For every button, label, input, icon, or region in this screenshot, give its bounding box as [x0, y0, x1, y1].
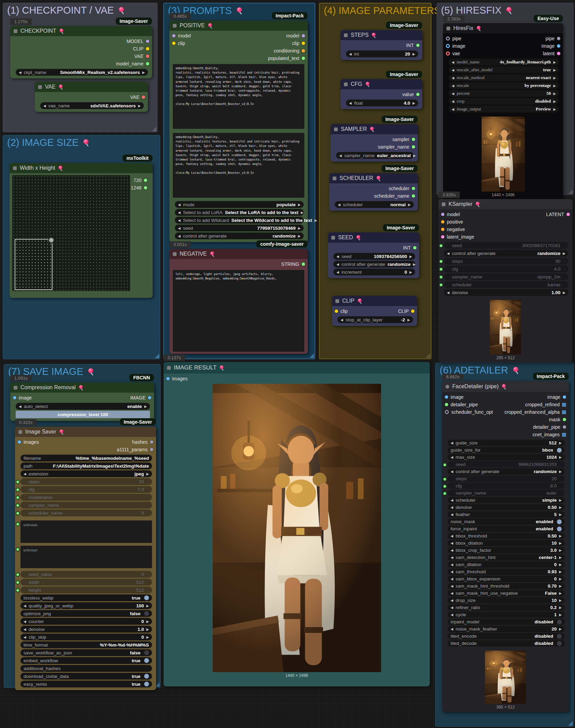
widget-drop-size[interactable]: ◀drop_size10▶	[448, 597, 565, 604]
text-widget[interactable]: additional_hashes	[20, 665, 152, 672]
toggle-widget[interactable]: embed_workflowtrue	[20, 657, 152, 664]
decrement-arrow-icon[interactable]: ◀	[451, 470, 453, 473]
combo-widget[interactable]: ◀control after generaterandomize▶	[175, 232, 304, 239]
increment-arrow-icon[interactable]: ▶	[553, 60, 556, 64]
combo-widget[interactable]: ◀image_outputPreview▶	[449, 106, 559, 112]
node-titlebar[interactable]: Image Saver	[15, 427, 156, 437]
converted-input-dot[interactable]	[443, 463, 447, 467]
widget-optimize-png[interactable]: optimize_pngfalse	[20, 610, 152, 617]
converted-input-dot[interactable]	[443, 484, 447, 488]
collapse-dot[interactable]	[14, 386, 17, 390]
widget-bbox-dilation[interactable]: ◀bbox_dilation10▶	[448, 540, 565, 546]
port-dot-icon[interactable]	[412, 187, 415, 190]
port-dot-icon[interactable]	[557, 37, 560, 40]
textarea-unknown[interactable]: unknown	[20, 546, 152, 568]
node-scheduler[interactable]: Image-Saver SCHEDULER schedulerscheduler…	[329, 173, 418, 211]
toggle-icon[interactable]	[144, 658, 149, 663]
port-dot-icon[interactable]	[445, 403, 448, 406]
decrement-arrow-icon[interactable]: ◀	[451, 548, 453, 552]
port-detailer_pipe[interactable]: detailer_pipe	[445, 401, 478, 408]
collapse-dot[interactable]	[334, 127, 338, 131]
collapse-dot[interactable]	[442, 202, 445, 206]
port-sampler_name[interactable]: sampler_name	[378, 143, 415, 151]
port-cropped_refined[interactable]: cropped_refined	[525, 401, 566, 408]
increment-arrow-icon[interactable]: ▶	[146, 620, 149, 623]
port-image[interactable]: image	[446, 42, 465, 50]
toggle-icon[interactable]	[557, 634, 562, 639]
collapse-dot[interactable]	[344, 33, 348, 37]
widget-tiled-decode[interactable]: tiled_decodedisabled	[448, 640, 565, 647]
port-CLIP[interactable]: CLIP	[398, 307, 414, 315]
port-720[interactable]: 720	[134, 177, 147, 184]
port-VAE[interactable]: VAE	[134, 52, 149, 60]
port-dot-icon[interactable]	[148, 396, 151, 399]
increment-arrow-icon[interactable]: ▶	[559, 548, 562, 552]
node-titlebar[interactable]: SAMPLER	[331, 124, 418, 134]
widget-denoise[interactable]: ◀denoise1.0▶	[20, 626, 152, 633]
port-dot-icon[interactable]	[557, 52, 560, 55]
node-width-height[interactable]: mxToolkit Width x Height 7201248	[10, 163, 153, 298]
node-titlebar[interactable]: VAE	[35, 82, 148, 92]
toggle-widget[interactable]: easy_remixtrue	[20, 681, 152, 687]
port-value[interactable]: value	[403, 91, 420, 98]
port-images[interactable]: images	[18, 438, 39, 446]
increment-arrow-icon[interactable]: ▶	[146, 472, 149, 476]
decrement-arrow-icon[interactable]: ◀	[349, 101, 352, 105]
toggle-icon[interactable]	[557, 641, 562, 646]
port-dot-icon[interactable]	[445, 410, 449, 414]
widget-model-name[interactable]: ◀model_name4x_foolhardy_Remacri.pth▶	[449, 59, 559, 65]
converted-input-dot[interactable]	[16, 522, 20, 526]
port-dot-icon[interactable]	[302, 49, 305, 52]
port-cnet_images[interactable]: cnet_images	[533, 431, 566, 438]
decrement-arrow-icon[interactable]: ◀	[451, 455, 453, 459]
port-dot-icon[interactable]	[412, 145, 415, 149]
widget-quality-jpeg-or-webp[interactable]: ◀quality_jpeg_or_webp100▶	[20, 602, 152, 609]
collapse-dot[interactable]	[18, 430, 22, 434]
toggle-widget[interactable]: lossless_webptrue	[20, 594, 152, 601]
collapse-dot[interactable]	[38, 85, 42, 89]
combo-widget[interactable]: ◀extensionjpeg▶	[20, 470, 152, 477]
converted-input-dot[interactable]	[16, 496, 20, 500]
widget-bbox-crop-factor[interactable]: ◀bbox_crop_factor3.0▶	[448, 547, 565, 553]
port-hashes[interactable]: hashes	[132, 438, 153, 446]
increment-arrow-icon[interactable]: ▶	[563, 252, 565, 255]
increment-arrow-icon[interactable]: ▶	[553, 100, 556, 103]
increment-arrow-icon[interactable]: ▶	[559, 470, 562, 473]
decrement-arrow-icon[interactable]: ◀	[451, 606, 453, 609]
widget-tiled-encode[interactable]: tiled_encodedisabled	[448, 633, 565, 639]
port-pipe[interactable]: pipe	[546, 35, 560, 42]
widget-save-workflow-as-json[interactable]: save_workflow_as_jsonfalse	[20, 649, 152, 656]
toggle-icon[interactable]	[144, 650, 149, 655]
increment-arrow-icon[interactable]: ▶	[559, 541, 562, 545]
widget-control-after-generate[interactable]: ◀control after generaterandomize▶	[448, 468, 565, 475]
num-widget[interactable]: ◀increment0▶	[333, 269, 415, 275]
increment-arrow-icon[interactable]: ▶	[559, 613, 562, 617]
prompt-textarea[interactable]: embedding:Smooth_Quality, realistic, rea…	[173, 64, 304, 129]
port-clip[interactable]: clip	[172, 40, 185, 47]
widget-select-to-add-wildcard[interactable]: ◀Select to add WildcardSelect the Wildca…	[175, 217, 304, 224]
widget-sam-bbox-expansion[interactable]: ◀sam_bbox_expansion0▶	[448, 576, 565, 582]
toggle-widget[interactable]: force_inpaintenabled	[448, 526, 565, 532]
node-negative-prompt[interactable]: 0.001s comfy-image-saver NEGATIVE STRING…	[169, 249, 308, 354]
port-dot-icon[interactable]	[566, 213, 570, 216]
port-INT[interactable]: INT	[406, 42, 420, 49]
port-negative[interactable]: negative	[441, 226, 465, 233]
widget-embed-workflow[interactable]: embed_workflowtrue	[20, 657, 152, 664]
num-widget[interactable]: ◀sam_threshold0.93▶	[448, 568, 565, 575]
port-model[interactable]: model	[441, 211, 460, 218]
preview-image[interactable]	[490, 300, 521, 354]
port-detailer_pipe[interactable]: detailer_pipe	[533, 423, 566, 431]
node-vae-loader[interactable]: VAE VAE ◀vae_namesdxlVAE.safetensors▶	[35, 82, 148, 112]
increment-arrow-icon[interactable]: ▶	[146, 604, 149, 608]
converted-input-dot[interactable]	[16, 488, 20, 492]
combo-widget[interactable]: ◀sampler_nameeuler_ancestral▶	[336, 152, 414, 159]
port-dot-icon[interactable]	[302, 262, 305, 266]
num-widget[interactable]: ◀sam_bbox_expansion0▶	[448, 576, 565, 582]
converted-input-dot[interactable]	[439, 259, 443, 263]
combo-widget[interactable]: ◀schedulersimple▶	[448, 497, 565, 503]
port-dot-icon[interactable]	[172, 34, 176, 37]
num-widget[interactable]: ◀cycle1▶	[448, 611, 565, 618]
node-hiresfix[interactable]: 2.783s Easy-Use HiresFix pipeimagevaepip…	[443, 23, 563, 200]
widget-stop-at-clip-layer[interactable]: ◀stop_at_clip_layer-2▶	[337, 316, 413, 323]
decrement-arrow-icon[interactable]: ◀	[24, 635, 26, 639]
